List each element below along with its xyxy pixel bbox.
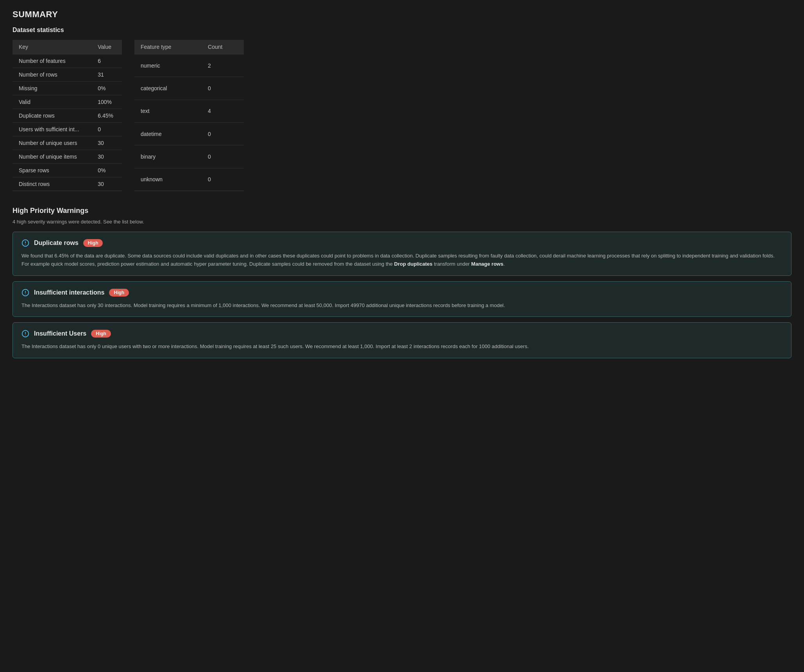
feature-col-type: Feature type: [134, 40, 202, 54]
warning-badge: High: [109, 289, 129, 297]
warning-card-insufficient-interactions: Insufficient interactions High The Inter…: [13, 281, 791, 317]
warning-title: Duplicate rows: [34, 239, 79, 247]
table-row: Sparse rows 0%: [13, 164, 122, 177]
feature-row-type: unknown: [134, 168, 202, 191]
stats-row-value: 31: [91, 68, 122, 82]
feature-row-count: 4: [202, 100, 244, 122]
table-row: Number of unique users 30: [13, 136, 122, 150]
warning-icon: [21, 330, 29, 338]
stats-row-value: 0%: [91, 82, 122, 95]
warning-icon: [21, 289, 29, 297]
warning-body: We found that 6.45% of the data are dupl…: [21, 252, 783, 268]
table-row: Valid 100%: [13, 95, 122, 109]
table-row: Users with sufficient int... 0: [13, 123, 122, 136]
high-priority-section: High Priority Warnings 4 high severity w…: [13, 207, 791, 358]
stats-col-value: Value: [91, 40, 122, 54]
stats-row-key: Sparse rows: [13, 164, 91, 177]
feature-row-count: 0: [202, 77, 244, 100]
warnings-container: Duplicate rows High We found that 6.45% …: [13, 232, 791, 358]
stats-row-key: Distinct rows: [13, 177, 91, 191]
warning-card-header: Insufficient interactions High: [21, 289, 783, 297]
stats-row-value: 100%: [91, 95, 122, 109]
warning-title: Insufficient Users: [34, 330, 86, 337]
stats-row-value: 6: [91, 54, 122, 68]
feature-row-count: 0: [202, 168, 244, 191]
warning-card-header: Insufficient Users High: [21, 330, 783, 338]
table-row: text 4: [134, 100, 244, 122]
stats-tables-container: Key Value Number of features 6 Number of…: [13, 40, 791, 191]
feature-row-type: datetime: [134, 122, 202, 145]
warnings-title: High Priority Warnings: [13, 207, 791, 215]
stats-row-key: Number of rows: [13, 68, 91, 82]
table-row: Number of rows 31: [13, 68, 122, 82]
stats-row-value: 0%: [91, 164, 122, 177]
warnings-count-text: 4 high severity warnings were detected. …: [13, 219, 791, 225]
warning-body: The Interactions dataset has only 30 int…: [21, 301, 783, 309]
stats-col-key: Key: [13, 40, 91, 54]
feature-row-count: 2: [202, 54, 244, 77]
warning-card-duplicate-rows: Duplicate rows High We found that 6.45% …: [13, 232, 791, 276]
stats-row-key: Number of unique users: [13, 136, 91, 150]
table-row: Duplicate rows 6.45%: [13, 109, 122, 123]
table-row: binary 0: [134, 145, 244, 168]
stats-table: Key Value Number of features 6 Number of…: [13, 40, 122, 191]
table-row: categorical 0: [134, 77, 244, 100]
warning-badge: High: [91, 330, 111, 338]
feature-row-type: text: [134, 100, 202, 122]
warning-title: Insufficient interactions: [34, 289, 104, 296]
stats-row-key: Users with sufficient int...: [13, 123, 91, 136]
stats-row-value: 30: [91, 177, 122, 191]
feature-row-type: categorical: [134, 77, 202, 100]
warning-card-insufficient-users: Insufficient Users High The Interactions…: [13, 322, 791, 358]
feature-row-type: binary: [134, 145, 202, 168]
table-row: numeric 2: [134, 54, 244, 77]
table-row: datetime 0: [134, 122, 244, 145]
warning-card-header: Duplicate rows High: [21, 239, 783, 247]
feature-row-count: 0: [202, 122, 244, 145]
stats-row-key: Number of features: [13, 54, 91, 68]
page-title: SUMMARY: [13, 9, 791, 20]
warning-body: The Interactions dataset has only 0 uniq…: [21, 342, 783, 350]
stats-row-value: 0: [91, 123, 122, 136]
stats-row-key: Duplicate rows: [13, 109, 91, 123]
stats-row-value: 30: [91, 136, 122, 150]
feature-row-count: 0: [202, 145, 244, 168]
warning-badge: High: [83, 239, 103, 247]
table-row: Distinct rows 30: [13, 177, 122, 191]
feature-row-type: numeric: [134, 54, 202, 77]
table-row: Missing 0%: [13, 82, 122, 95]
warning-icon: [21, 239, 29, 247]
table-row: Number of features 6: [13, 54, 122, 68]
table-row: Number of unique items 30: [13, 150, 122, 164]
stats-row-key: Valid: [13, 95, 91, 109]
stats-row-key: Missing: [13, 82, 91, 95]
feature-col-count: Count: [202, 40, 244, 54]
stats-row-value: 30: [91, 150, 122, 164]
feature-type-table: Feature type Count numeric 2 categorical…: [134, 40, 244, 191]
table-row: unknown 0: [134, 168, 244, 191]
dataset-statistics-heading: Dataset statistics: [13, 27, 791, 34]
stats-row-key: Number of unique items: [13, 150, 91, 164]
stats-row-value: 6.45%: [91, 109, 122, 123]
